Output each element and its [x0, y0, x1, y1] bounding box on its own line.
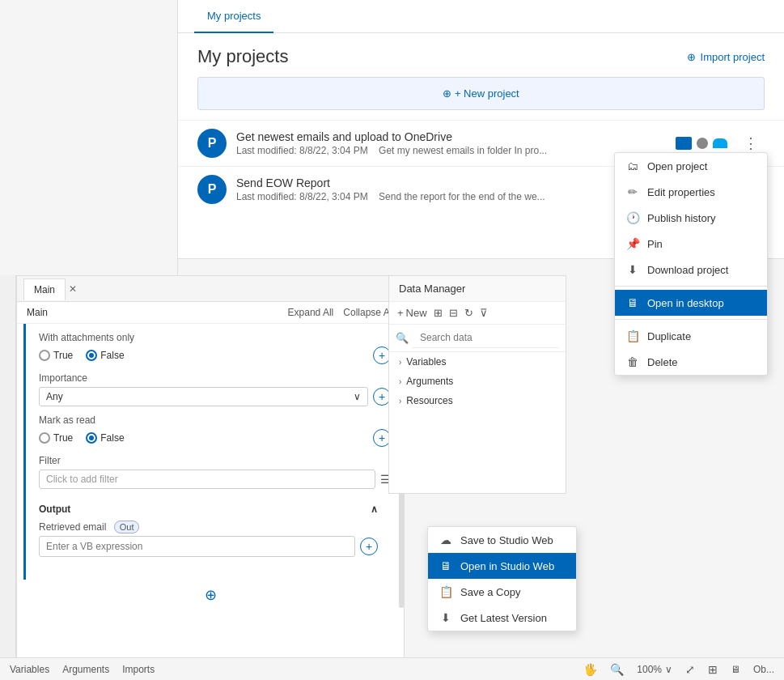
- expand-all-button[interactable]: Expand All: [288, 307, 334, 318]
- data-search-input[interactable]: [412, 328, 559, 348]
- onedrive-icon: [697, 138, 708, 149]
- mark-read-true-radio[interactable]: [39, 432, 50, 444]
- attachments-true-radio[interactable]: [39, 350, 50, 361]
- ctx-edit-properties[interactable]: ✏ Edit properties: [615, 179, 767, 205]
- filter-input[interactable]: Click to add filter: [39, 470, 375, 489]
- outlook-icon: [676, 137, 692, 150]
- avatar: P: [197, 175, 227, 204]
- expand-icon[interactable]: ⊞: [708, 663, 718, 676]
- divider: [615, 319, 767, 320]
- data-manager-panel: Data Manager + New ⊞ ⊟ ↻ ⊽ 🔍 › Variables…: [388, 275, 566, 494]
- ctx-save-copy[interactable]: 📋 Save a Copy: [428, 579, 576, 605]
- delete-icon: 🗑: [626, 355, 639, 368]
- mark-read-label: Mark as read: [39, 414, 391, 426]
- chevron-right-icon: ›: [399, 377, 401, 386]
- project-name: Send EOW Report: [236, 176, 672, 189]
- chevron-right-icon: ›: [399, 358, 401, 367]
- form-section: With attachments only True False: [23, 324, 404, 580]
- hand-icon[interactable]: 🖐: [583, 663, 597, 676]
- filter-row: Filter Click to add filter ☰: [39, 455, 391, 489]
- new-project-icon: ⊕: [443, 87, 451, 100]
- toolbar-actions: Expand All Collapse All: [288, 307, 394, 318]
- ctx-save-studio-web[interactable]: ☁ Save to Studio Web: [428, 527, 576, 553]
- filter-label: Filter: [39, 455, 391, 466]
- ctx-pin[interactable]: 📌 Pin: [615, 231, 767, 257]
- tree-item-arguments[interactable]: › Arguments: [389, 372, 566, 391]
- out-badge: Out: [114, 521, 140, 533]
- imports-button[interactable]: Imports: [122, 664, 155, 675]
- chevron-right-icon: ›: [399, 397, 401, 406]
- refresh-icon: ↻: [464, 307, 473, 319]
- mark-read-true-option[interactable]: True: [39, 432, 73, 444]
- panel-toolbar: Main Expand All Collapse All: [17, 302, 404, 324]
- attachments-true-option[interactable]: True: [39, 350, 73, 361]
- left-sidebar: [0, 275, 16, 657]
- new-project-bar[interactable]: ⊕ + New project: [197, 77, 765, 110]
- retrieved-email-label: Retrieved email Out: [39, 521, 378, 533]
- search-status-icon[interactable]: 🔍: [610, 663, 624, 676]
- variables-button[interactable]: Variables: [10, 664, 49, 675]
- ctx-open-studio-web[interactable]: 🖥 Open in Studio Web: [428, 553, 576, 579]
- duplicate-icon: 📋: [626, 329, 639, 342]
- mark-read-false-radio[interactable]: [86, 432, 97, 444]
- zoom-level: 100%: [637, 664, 662, 675]
- tree-item-resources[interactable]: › Resources: [389, 391, 566, 410]
- page-title: My projects: [197, 46, 288, 67]
- retrieved-email-row: Retrieved email Out +: [39, 521, 378, 557]
- import-project-button[interactable]: ⊕ Import project: [687, 51, 765, 63]
- ctx-open-desktop[interactable]: 🖥 Open in desktop: [615, 290, 767, 316]
- ctx-get-latest[interactable]: ⬇ Get Latest Version: [428, 605, 576, 631]
- refresh-data-button[interactable]: ↻: [464, 307, 473, 319]
- ctx-open-project[interactable]: 🗂 Open project: [615, 153, 767, 179]
- mark-read-false-option[interactable]: False: [86, 432, 124, 444]
- ctx-publish-history[interactable]: 🕐 Publish history: [615, 205, 767, 231]
- projects-header: My projects ⊕ Import project: [178, 33, 784, 77]
- mark-read-controls: True False +: [39, 429, 391, 447]
- avatar: P: [197, 129, 227, 158]
- tree-item-variables[interactable]: › Variables: [389, 352, 566, 372]
- arguments-button[interactable]: Arguments: [62, 664, 109, 675]
- collapse-all-button[interactable]: Collapse All: [343, 307, 394, 318]
- project-info: Send EOW Report Last modified: 8/8/22, 3…: [236, 176, 672, 202]
- context-menu-top: 🗂 Open project ✏ Edit properties 🕐 Publi…: [614, 152, 768, 376]
- expand-data-button[interactable]: ⊞: [434, 307, 443, 319]
- ctx-download-project[interactable]: ⬇ Download project: [615, 257, 767, 283]
- filter-data-button[interactable]: ⊽: [480, 307, 488, 319]
- save-copy-icon: 📋: [439, 585, 452, 598]
- importance-select[interactable]: Any ∨: [39, 387, 368, 406]
- ctx-delete[interactable]: 🗑 Delete: [615, 349, 767, 375]
- history-icon: 🕐: [626, 211, 639, 224]
- new-data-button[interactable]: + New: [397, 307, 427, 319]
- filter-icon: ⊽: [480, 307, 488, 319]
- divider: [615, 286, 767, 287]
- fit-icon[interactable]: ⤢: [685, 663, 695, 676]
- top-left-sidebar: [0, 0, 178, 275]
- pin-icon: 📌: [626, 237, 639, 250]
- add-row-button[interactable]: ⊕: [17, 580, 404, 610]
- vb-expression-input[interactable]: [39, 536, 355, 557]
- zoom-chevron-icon[interactable]: ∨: [665, 664, 672, 675]
- main-tab[interactable]: Main: [23, 278, 66, 300]
- search-icon: 🔍: [396, 332, 409, 344]
- desktop-icon: 🖥: [626, 296, 639, 309]
- top-tab-bar: My projects: [178, 0, 784, 33]
- output-header: Output ∧: [39, 504, 378, 515]
- zoom-control: 100% ∨: [637, 664, 672, 675]
- cloud-upload-icon: ☁: [439, 533, 452, 546]
- panel-body: With attachments only True False: [17, 324, 404, 610]
- vb-controls: +: [39, 536, 378, 557]
- project-icons: [676, 137, 727, 150]
- output-chevron-icon[interactable]: ∧: [371, 504, 378, 515]
- attachments-label: With attachments only: [39, 332, 391, 343]
- collapse-data-button[interactable]: ⊟: [449, 307, 458, 319]
- my-projects-tab[interactable]: My projects: [194, 0, 273, 33]
- screen-icon[interactable]: 🖥: [731, 664, 740, 675]
- attachments-controls: True False +: [39, 346, 391, 364]
- attachments-false-option[interactable]: False: [86, 350, 124, 361]
- edit-icon: ✏: [626, 185, 639, 198]
- ctx-duplicate[interactable]: 📋 Duplicate: [615, 323, 767, 349]
- tab-close-button[interactable]: ✕: [69, 283, 77, 295]
- project-meta: Last modified: 8/8/22, 3:04 PM Get my ne…: [236, 145, 676, 156]
- vb-plus-button[interactable]: +: [360, 538, 378, 555]
- attachments-false-radio[interactable]: [86, 350, 97, 361]
